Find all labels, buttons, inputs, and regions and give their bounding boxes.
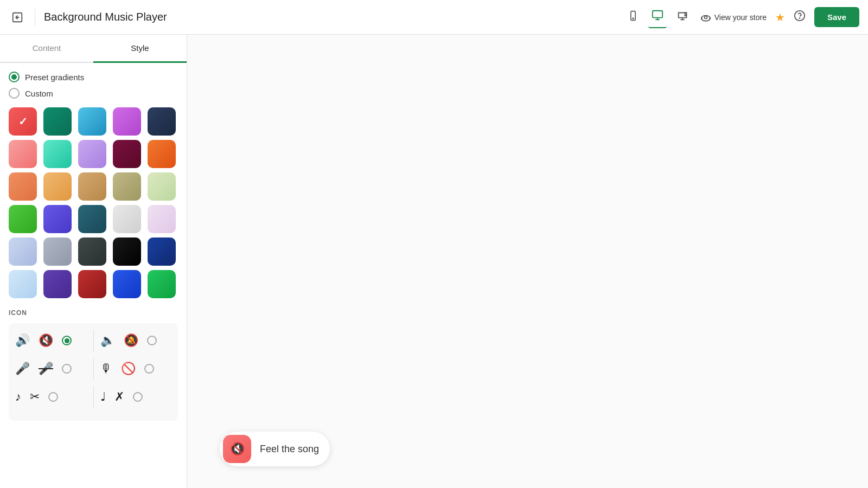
icon-section: 🔊 🔇 🔈 🔕	[9, 323, 178, 421]
svg-point-6	[704, 16, 707, 18]
gradient-swatch-3[interactable]	[113, 107, 141, 136]
icon-item-mic2-off[interactable]: 🚫	[121, 362, 136, 376]
star-icon[interactable]: ★	[775, 11, 785, 24]
gradient-swatch-7[interactable]	[78, 140, 106, 168]
icon-row-2: 🎤 🎤 🎙 🚫	[15, 358, 171, 380]
svg-point-2	[633, 18, 634, 19]
topbar: Background Music Player View your store …	[0, 0, 868, 35]
preview-area: 🔇 Feel the song	[187, 35, 868, 488]
gradient-swatch-2[interactable]	[78, 107, 106, 136]
gradient-swatch-25[interactable]	[9, 270, 37, 298]
gradient-swatch-10[interactable]	[9, 172, 37, 201]
topbar-divider	[35, 9, 35, 26]
back-button[interactable]	[9, 9, 26, 26]
icon-item-note2-off[interactable]: ✗	[114, 390, 124, 404]
music-note-icon: ♪	[15, 390, 21, 404]
icon-divider-1	[93, 330, 94, 351]
gradient-swatch-24[interactable]	[148, 237, 176, 266]
icon-radio-5[interactable]	[48, 392, 58, 402]
icon-item-note-off[interactable]: ✂	[30, 390, 40, 404]
tabs: Content Style	[0, 35, 187, 63]
gradient-swatch-12[interactable]	[78, 172, 106, 201]
preset-gradients-radio[interactable]: Preset gradients	[9, 72, 178, 82]
gradient-grid	[9, 107, 178, 298]
gradient-swatch-23[interactable]	[113, 237, 141, 266]
tab-style[interactable]: Style	[93, 35, 187, 63]
gradient-swatch-8[interactable]	[113, 140, 141, 168]
icon-item-note2[interactable]: ♩	[100, 390, 106, 404]
device-icons	[624, 6, 692, 28]
app-title: Background Music Player	[44, 11, 616, 23]
gradient-swatch-29[interactable]	[148, 270, 176, 298]
icon-item-speaker-off[interactable]: 🔇	[39, 333, 53, 348]
help-icon[interactable]	[794, 10, 806, 24]
icon-radio-1[interactable]	[62, 336, 72, 345]
music-note2-slash-icon: ✗	[114, 390, 124, 404]
gradient-swatch-13[interactable]	[113, 172, 141, 201]
main-layout: Content Style Preset gradients Custom IC…	[0, 35, 868, 488]
icon-row-3: ♪ ✂ ♩ ✗	[15, 386, 171, 408]
music-title: Feel the song	[260, 444, 319, 455]
tab-content[interactable]: Content	[0, 35, 93, 63]
volume-mute-icon: 🔕	[124, 333, 138, 348]
gradient-swatch-20[interactable]	[9, 237, 37, 266]
speaker-on-icon: 🔊	[15, 333, 30, 348]
gradient-swatch-17[interactable]	[78, 205, 106, 233]
icon-radio-3[interactable]	[62, 364, 72, 374]
mic-off-icon: 🎤	[39, 362, 53, 376]
icon-item-speaker-on[interactable]: 🔊	[15, 333, 30, 348]
gradient-swatch-27[interactable]	[78, 270, 106, 298]
gradient-swatch-0[interactable]	[9, 107, 37, 136]
gradient-swatch-4[interactable]	[148, 107, 176, 136]
gradient-swatch-11[interactable]	[43, 172, 72, 201]
mic-on-icon: 🎤	[15, 362, 30, 376]
view-store-link[interactable]: View your store	[700, 12, 767, 23]
icon-pair-4: 🎙 🚫	[100, 362, 172, 376]
gradient-swatch-21[interactable]	[43, 237, 72, 266]
icon-item-note[interactable]: ♪	[15, 390, 21, 404]
gradient-swatch-5[interactable]	[9, 140, 37, 168]
topbar-right: View your store ★ Save	[700, 7, 859, 27]
music-widget: 🔇 Feel the song	[220, 432, 330, 466]
mic2-on-icon: 🎙	[100, 362, 112, 376]
gradient-swatch-16[interactable]	[43, 205, 72, 233]
gradient-swatch-14[interactable]	[148, 172, 176, 201]
mobile-icon[interactable]	[624, 7, 642, 27]
icon-item-mic-off[interactable]: 🎤	[39, 362, 53, 376]
custom-radio-circle[interactable]	[9, 88, 20, 99]
gradient-swatch-28[interactable]	[113, 270, 141, 298]
icon-pair-5: ♪ ✂	[15, 390, 87, 404]
gradient-swatch-22[interactable]	[78, 237, 106, 266]
gradient-swatch-9[interactable]	[148, 140, 176, 168]
gradient-swatch-1[interactable]	[43, 107, 72, 136]
icon-radio-2[interactable]	[147, 336, 157, 345]
gradient-swatch-26[interactable]	[43, 270, 72, 298]
icon-radio-4[interactable]	[144, 364, 154, 374]
desktop-icon[interactable]	[648, 6, 667, 28]
icon-radio-6[interactable]	[133, 392, 143, 402]
preset-radio-circle[interactable]	[9, 72, 20, 82]
gradient-swatch-18[interactable]	[113, 205, 141, 233]
custom-radio[interactable]: Custom	[9, 88, 178, 99]
music-note-slash-icon: ✂	[30, 390, 40, 404]
save-button[interactable]: Save	[814, 7, 859, 27]
icon-item-volume-mute[interactable]: 🔕	[124, 333, 138, 348]
icon-row-1: 🔊 🔇 🔈 🔕	[15, 330, 171, 351]
icon-item-mic-on[interactable]: 🎤	[15, 362, 30, 376]
mic2-off-icon: 🚫	[121, 362, 136, 376]
icon-item-mic2-on[interactable]: 🎙	[100, 362, 112, 376]
icon-pair-6: ♩ ✗	[100, 390, 172, 404]
speaker-off-icon: 🔇	[39, 333, 53, 348]
svg-rect-3	[653, 11, 662, 18]
icon-item-volume-high[interactable]: 🔈	[100, 333, 115, 348]
volume-high-icon: 🔈	[100, 333, 115, 348]
gradient-swatch-15[interactable]	[9, 205, 37, 233]
music-mute-icon: 🔇	[230, 442, 245, 456]
music-play-button[interactable]: 🔇	[223, 435, 251, 463]
gradient-swatch-19[interactable]	[148, 205, 176, 233]
gradient-type-group: Preset gradients Custom	[9, 72, 178, 99]
icon-pair-3: 🎤 🎤	[15, 362, 87, 376]
icon-divider-2	[93, 358, 94, 380]
gradient-swatch-6[interactable]	[43, 140, 72, 168]
responsive-icon[interactable]	[673, 7, 692, 28]
